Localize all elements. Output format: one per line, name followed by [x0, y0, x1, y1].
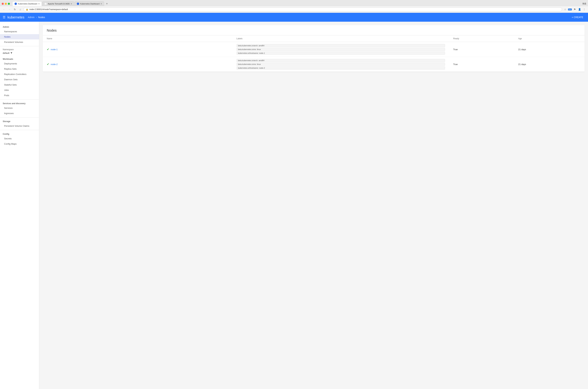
services-section-title: Services and discovery: [0, 101, 39, 105]
col-labels: Labels: [233, 35, 449, 42]
dropdown-arrow-icon: ▼: [10, 51, 13, 55]
node-2-ready-cell: True: [449, 57, 514, 72]
col-name: Name: [43, 35, 233, 42]
table-row: ✔ node-2 beta.kubernetes.io/arch: amd64 …: [43, 57, 585, 72]
main-content: Nodes Name Labels Ready Age ✔: [39, 22, 588, 389]
back-button[interactable]: ←: [2, 7, 6, 12]
sidebar-item-config-maps[interactable]: Config Maps: [0, 141, 39, 147]
tab-favicon-3: [77, 2, 79, 5]
menu-icon[interactable]: ⋮: [582, 7, 586, 11]
browser-titlebar: Kubernetes Dashboard × Apache Tomcat/9.0…: [0, 0, 588, 6]
maximize-window-button[interactable]: [8, 3, 10, 5]
node-1-labels-cell: beta.kubernetes.io/arch: amd64 beta.kube…: [233, 42, 449, 57]
sidebar-item-replica-sets[interactable]: Replica Sets: [0, 66, 39, 71]
node-2-name-cell: ✔ node-2: [43, 57, 233, 72]
reload-button[interactable]: ↻: [13, 7, 17, 12]
sidebar-item-replication-controllers[interactable]: Replication Controllers: [0, 71, 39, 77]
node-1-label-1: beta.kubernetes.io/os: linux: [236, 48, 445, 51]
hamburger-menu-icon[interactable]: ☰: [3, 15, 5, 19]
table-header: Name Labels Ready Age: [43, 35, 585, 42]
tab-3[interactable]: Kubernetes Dashboard ×: [75, 1, 104, 6]
namespace-label: Namespace: [3, 48, 36, 51]
tab-favicon-2: [44, 2, 47, 5]
node-2-status-icon: ✔: [47, 62, 49, 66]
new-badge-icon: New: [568, 7, 572, 11]
minimize-window-button[interactable]: [5, 3, 7, 5]
namespace-value: default: [3, 52, 9, 54]
sidebar-item-persistent-volumes[interactable]: Persistent Volumes: [0, 39, 39, 45]
address-text: node-2:30001/#/node?namespace=default: [29, 8, 560, 11]
sidebar-item-nodes[interactable]: Nodes: [0, 34, 39, 39]
page-title: Nodes: [43, 25, 585, 35]
table-body: ✔ node-1 beta.kubernetes.io/arch: amd64 …: [43, 42, 585, 72]
sidebar-item-jobs[interactable]: Jobs: [0, 87, 39, 93]
tabs-bar: Kubernetes Dashboard × Apache Tomcat/9.0…: [12, 1, 581, 6]
node-1-link[interactable]: node-1: [51, 48, 58, 51]
browser-toolbar: ← → ↻ ⌂ 🔒 node-2:30001/#/node?namespace=…: [0, 6, 588, 13]
table-row: ✔ node-1 beta.kubernetes.io/arch: amd64 …: [43, 42, 585, 57]
sidebar-item-daemon-sets[interactable]: Daemon Sets: [0, 77, 39, 82]
tab-label-1: Kubernetes Dashboard: [18, 3, 37, 5]
sidebar-item-pods[interactable]: Pods: [0, 93, 39, 98]
sidebar-divider-1: [0, 46, 39, 46]
node-1-name-cell: ✔ node-1: [43, 42, 233, 57]
tab-2[interactable]: Apache Tomcat/9.0.0.M26 ×: [42, 1, 74, 6]
node-2-labels-cell: beta.kubernetes.io/arch: amd64 beta.kube…: [233, 57, 449, 72]
app-logo: kubernetes: [7, 15, 24, 19]
config-section-title: Config: [0, 131, 39, 136]
namespace-dropdown[interactable]: default ▼: [3, 51, 36, 55]
breadcrumb-separator: ›: [36, 16, 37, 19]
node-2-label-2: kubernetes.io/hostname: node-2: [236, 66, 445, 69]
sidebar-item-secrets[interactable]: Secrets: [0, 136, 39, 141]
node-2-link[interactable]: node-2: [51, 63, 58, 65]
browser-chrome: Kubernetes Dashboard × Apache Tomcat/9.0…: [0, 0, 588, 13]
col-age: Age: [514, 35, 585, 42]
sidebar-item-services[interactable]: Services: [0, 105, 39, 111]
toolbar-actions: ☆ New ⚑ 👤 ⋮: [563, 7, 586, 11]
profile-icon[interactable]: 👤: [577, 7, 582, 11]
content-card: Nodes Name Labels Ready Age ✔: [43, 25, 585, 72]
tab-close-3[interactable]: ×: [100, 2, 102, 5]
sidebar-item-stateful-sets[interactable]: Stateful Sets: [0, 82, 39, 87]
bookmark-icon[interactable]: ☆: [563, 7, 567, 11]
col-ready: Ready: [449, 35, 514, 42]
sidebar-item-ingresses[interactable]: Ingresses: [0, 111, 39, 116]
tab-1[interactable]: Kubernetes Dashboard ×: [12, 1, 42, 6]
breadcrumb: Admin › Nodes: [28, 16, 45, 19]
address-lock-icon: 🔒: [26, 8, 28, 11]
node-1-status-icon: ✔: [47, 47, 49, 51]
sidebar-divider-3: [0, 117, 39, 118]
address-bar[interactable]: 🔒 node-2:30001/#/node?namespace=default: [24, 7, 562, 11]
extension-icon[interactable]: ⚑: [573, 7, 577, 11]
sidebar-item-namespaces[interactable]: Namespaces: [0, 29, 39, 34]
sidebar-item-pvc[interactable]: Persistent Volume Claims: [0, 123, 39, 129]
close-window-button[interactable]: [2, 3, 4, 5]
tab-close-1[interactable]: ×: [38, 2, 40, 5]
new-badge: New: [568, 8, 572, 10]
tab-favicon-1: [15, 2, 17, 5]
forward-button[interactable]: →: [7, 7, 12, 12]
tab-label-3: Kubernetes Dashboard: [80, 3, 99, 5]
home-button[interactable]: ⌂: [18, 7, 23, 12]
sidebar-item-deployments[interactable]: Deployments: [0, 61, 39, 66]
sidebar-divider-4: [0, 130, 39, 130]
user-avatar: 陈磊: [583, 2, 586, 5]
breadcrumb-current: Nodes: [38, 16, 45, 19]
workloads-section-title: Workloads: [0, 57, 39, 61]
app-body: Admin Namespaces Nodes Persistent Volume…: [0, 22, 588, 389]
breadcrumb-parent[interactable]: Admin: [28, 16, 35, 19]
storage-section-title: Storage: [0, 119, 39, 123]
sidebar: Admin Namespaces Nodes Persistent Volume…: [0, 22, 39, 389]
node-1-ready-cell: True: [449, 42, 514, 57]
node-1-label-0: beta.kubernetes.io/arch: amd64: [236, 44, 445, 47]
nodes-table: Name Labels Ready Age ✔ node-1: [43, 35, 585, 72]
new-tab-button[interactable]: +: [104, 1, 109, 6]
tab-close-2[interactable]: ×: [71, 2, 72, 5]
app-header: ☰ kubernetes Admin › Nodes + CREATE: [0, 13, 588, 22]
node-2-label-0: beta.kubernetes.io/arch: amd64: [236, 59, 445, 62]
table-header-row: Name Labels Ready Age: [43, 35, 585, 42]
tab-label-2: Apache Tomcat/9.0.0.M26: [48, 3, 70, 5]
admin-section-title: Admin: [0, 24, 39, 29]
node-2-label-1: beta.kubernetes.io/os: linux: [236, 63, 445, 66]
create-button[interactable]: + CREATE: [570, 15, 585, 20]
